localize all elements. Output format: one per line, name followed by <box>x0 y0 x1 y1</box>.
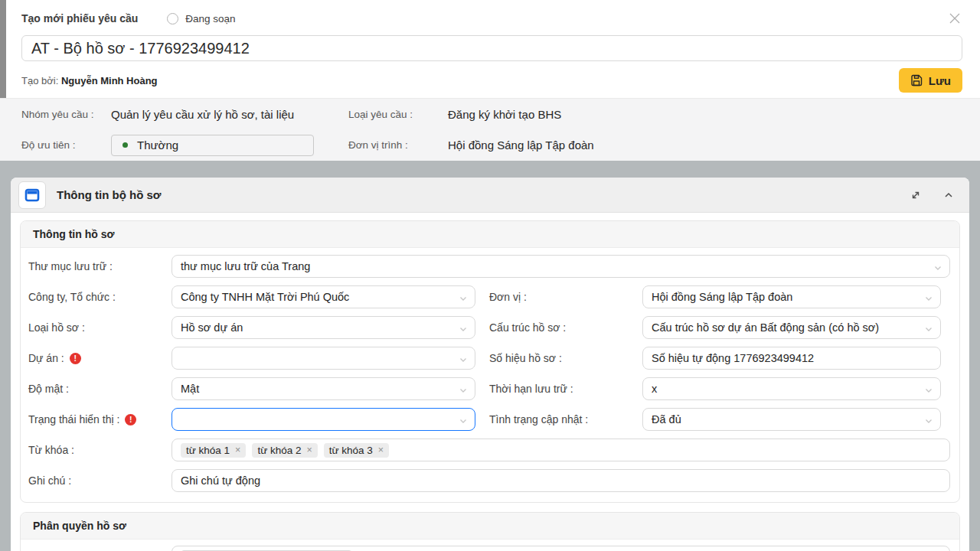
page-title: Tạo mới phiếu yêu cầu <box>21 12 138 24</box>
chevron-down-icon <box>924 385 933 397</box>
keywords-label: Từ khóa : <box>21 444 172 456</box>
content-area: Thông tin bộ hồ sơ Thông tin hồ sơ <box>0 161 980 551</box>
keyword-chip[interactable]: từ khóa 3 × <box>324 443 389 458</box>
secrecy-label: Độ mật : <box>21 383 172 395</box>
radio-circle-icon[interactable] <box>167 13 178 24</box>
required-error-icon: ! <box>70 353 81 364</box>
project-select[interactable] <box>172 347 475 370</box>
owner-select[interactable]: Nguyễn Minh Hoàng (Giám đốc) × <box>172 546 950 551</box>
update-status-select[interactable]: Đã đủ <box>642 408 941 431</box>
display-status-select[interactable] <box>172 408 475 431</box>
chevron-down-icon <box>459 385 468 397</box>
secrecy-value: Mật <box>181 383 199 395</box>
request-type-label: Loại yêu cầu : <box>348 109 448 120</box>
unit-label: Đơn vị : <box>475 291 642 303</box>
remove-keyword-icon[interactable]: × <box>378 445 384 455</box>
doctype-select[interactable]: Hồ sơ dự án <box>172 316 475 339</box>
dossier-icon-box <box>18 181 46 209</box>
code-label: Số hiệu hồ sơ : <box>475 352 642 364</box>
keyword-chip-label: từ khóa 2 <box>257 445 301 456</box>
permission-section: Phân quyền hồ sơ Quyền owner : Nguyễn Mi… <box>20 512 960 551</box>
chevron-down-icon <box>459 293 468 305</box>
submit-unit-value: Hội đồng Sáng lập Tập đoàn <box>448 139 980 152</box>
permission-section-title: Phân quyền hồ sơ <box>21 513 959 540</box>
collapse-chevron-icon[interactable] <box>943 190 954 201</box>
info-section: Thông tin hồ sơ Thư mục lưu trữ : thư mụ… <box>20 220 960 503</box>
folder-select[interactable]: thư mục lưu trữ của Trang <box>172 255 950 278</box>
retention-select[interactable]: x <box>642 377 941 400</box>
remove-keyword-icon[interactable]: × <box>306 445 312 455</box>
chevron-down-icon <box>924 293 933 305</box>
created-by: Tạo bởi: Nguyễn Minh Hoàng <box>21 75 158 86</box>
note-input[interactable]: Ghi chú tự động <box>172 469 950 492</box>
save-button-label: Lưu <box>929 74 951 87</box>
close-icon[interactable] <box>947 11 962 26</box>
structure-label: Cấu trúc hồ sơ : <box>475 321 642 334</box>
modal-header: Tạo mới phiếu yêu cầu Đang soạn Tạo bởi:… <box>0 0 980 98</box>
status-radio[interactable]: Đang soạn <box>167 13 235 24</box>
chevron-down-icon <box>459 416 468 428</box>
folder-label: Thư mục lưu trữ : <box>21 260 172 272</box>
secrecy-select[interactable]: Mật <box>172 377 475 400</box>
update-status-label: Tình trạng cập nhật : <box>475 413 642 425</box>
keyword-chip-label: từ khóa 3 <box>329 445 373 456</box>
structure-select[interactable]: Cấu trúc hồ sơ dự án Bất động sản (có hồ… <box>642 316 941 339</box>
created-by-name: Nguyễn Minh Hoàng <box>61 75 158 86</box>
chevron-down-icon <box>459 354 468 367</box>
priority-status-dot-icon <box>122 142 128 148</box>
required-error-icon: ! <box>125 414 136 425</box>
keyword-chip[interactable]: từ khóa 2 × <box>252 443 317 458</box>
request-group-label: Nhóm yêu cầu : <box>21 109 111 120</box>
keyword-chip[interactable]: từ khóa 1 × <box>181 443 246 458</box>
note-label: Ghi chú : <box>21 474 172 487</box>
priority-label: Độ ưu tiên : <box>21 139 111 151</box>
status-radio-label: Đang soạn <box>185 13 235 24</box>
remove-keyword-icon[interactable]: × <box>235 445 240 455</box>
info-section-title: Thông tin hồ sơ <box>21 221 959 248</box>
chevron-down-icon <box>933 262 942 275</box>
unit-value: Hội đồng Sáng lập Tập đoàn <box>652 291 792 303</box>
code-input[interactable]: Số hiệu tự động 1776923499412 <box>642 347 941 370</box>
retention-label: Thời hạn lưu trữ : <box>475 383 642 395</box>
chevron-down-icon <box>459 324 468 336</box>
save-button[interactable]: Lưu <box>899 68 962 93</box>
note-value: Ghi chú tự động <box>181 474 260 487</box>
company-select[interactable]: Công ty TNHH Mặt Trời Phú Quốc <box>172 285 475 308</box>
backdrop-strip <box>0 0 6 98</box>
company-label: Công ty, Tổ chức : <box>21 291 172 303</box>
keyword-chip-label: từ khóa 1 <box>186 445 230 456</box>
priority-value: Thường <box>137 139 178 152</box>
dossier-card-title: Thông tin bộ hồ sơ <box>57 188 161 201</box>
display-status-label: Trạng thái hiển thị : ! <box>21 413 172 425</box>
doctype-label: Loại hồ sơ : <box>21 321 172 334</box>
update-status-value: Đã đủ <box>652 413 681 425</box>
submit-unit-label: Đơn vị trình : <box>348 139 448 151</box>
display-status-label-text: Trạng thái hiển thị : <box>28 413 119 425</box>
document-title-input[interactable] <box>21 35 962 61</box>
doctype-value: Hồ sơ dự án <box>181 321 243 334</box>
retention-value: x <box>652 383 657 395</box>
code-value: Số hiệu tự động 1776923499412 <box>652 352 814 364</box>
structure-value: Cấu trúc hồ sơ dự án Bất động sản (có hồ… <box>652 321 879 334</box>
project-label: Dự án : ! <box>21 352 172 364</box>
request-group-value: Quản lý yêu cầu xử lý hồ sơ, tài liệu <box>111 108 348 121</box>
dossier-card-header: Thông tin bộ hồ sơ <box>11 178 969 213</box>
created-by-label: Tạo bởi: <box>21 75 58 86</box>
dossier-icon <box>24 187 40 203</box>
expand-icon[interactable] <box>910 189 922 201</box>
request-type-value: Đăng ký khởi tạo BHS <box>448 108 980 121</box>
priority-select[interactable]: Thường <box>111 135 314 156</box>
project-label-text: Dự án : <box>28 352 64 364</box>
unit-select[interactable]: Hội đồng Sáng lập Tập đoàn <box>642 285 941 308</box>
keywords-field[interactable]: từ khóa 1 × từ khóa 2 × từ khóa 3 × <box>172 439 950 461</box>
chevron-down-icon <box>924 416 933 428</box>
company-value: Công ty TNHH Mặt Trời Phú Quốc <box>181 291 349 303</box>
folder-value: thư mục lưu trữ của Trang <box>181 260 310 272</box>
dossier-card: Thông tin bộ hồ sơ Thông tin hồ sơ <box>11 178 969 551</box>
chevron-down-icon <box>924 324 933 336</box>
save-icon <box>910 74 923 86</box>
request-meta-band: Nhóm yêu cầu : Quản lý yêu cầu xử lý hồ … <box>0 98 980 161</box>
